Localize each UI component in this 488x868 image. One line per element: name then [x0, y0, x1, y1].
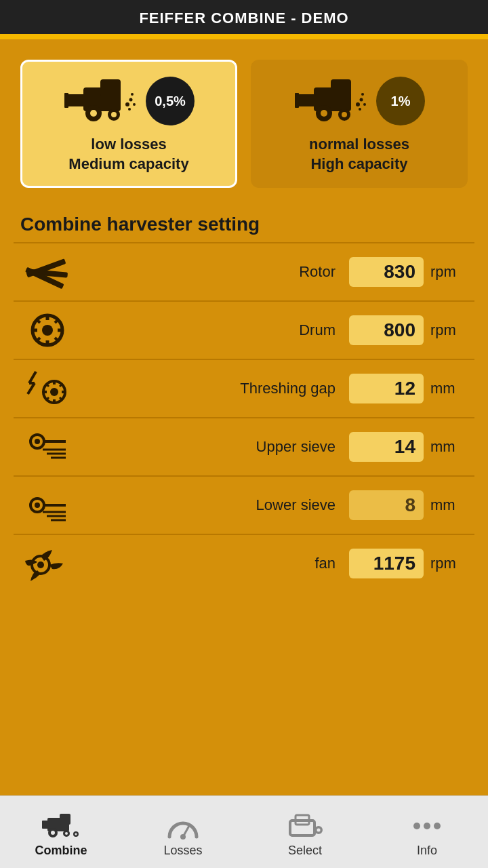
upper-sieve-unit: mm	[430, 438, 468, 456]
mode-card-normal[interactable]: 1% normal losses High capacity	[251, 60, 468, 188]
svg-point-53	[35, 439, 40, 444]
svg-point-5	[133, 103, 136, 106]
rotor-value[interactable]: 830	[349, 257, 424, 287]
svg-point-3	[129, 98, 133, 102]
fan-unit: rpm	[430, 555, 468, 572]
drum-value[interactable]: 800	[349, 315, 424, 345]
info-nav-icon	[410, 811, 444, 841]
fan-icon	[20, 543, 75, 584]
combine-harvester-icon-normal	[293, 74, 368, 128]
svg-point-43	[50, 388, 58, 396]
nav-label-losses: Losses	[163, 844, 202, 858]
svg-point-25	[342, 112, 347, 117]
nav-label-combine: Combine	[35, 844, 87, 858]
mode-cards-section: 0,5% low losses Medium capacity	[0, 39, 488, 201]
svg-line-36	[55, 338, 58, 341]
svg-point-12	[111, 112, 117, 117]
setting-row-rotor: Rotor 830 rpm	[14, 243, 474, 302]
threshing-label: Threshing gap	[81, 380, 342, 397]
nav-item-info[interactable]: Info	[366, 796, 488, 868]
svg-point-59	[35, 502, 40, 508]
svg-point-70	[51, 831, 55, 835]
svg-rect-1	[100, 79, 121, 96]
combine-nav-icon	[41, 811, 81, 841]
nav-label-select: Select	[288, 844, 322, 858]
svg-point-23	[321, 110, 327, 117]
svg-point-76	[180, 834, 186, 840]
header-stripe	[0, 34, 488, 39]
svg-rect-67	[60, 814, 70, 825]
setting-row-lower-sieve: Lower sieve 8 mm	[14, 477, 474, 535]
svg-point-16	[360, 98, 363, 102]
mode-card-low[interactable]: 0,5% low losses Medium capacity	[20, 60, 237, 188]
svg-point-72	[65, 832, 68, 835]
svg-rect-7	[66, 94, 85, 106]
setting-row-upper-sieve: Upper sieve 14 mm	[14, 418, 474, 477]
bottom-navigation: Combine Losses Select Info	[0, 795, 488, 868]
combine-harvester-icon-low	[63, 74, 138, 128]
svg-point-65	[37, 561, 44, 568]
normal-loss-label: normal losses High capacity	[309, 135, 409, 174]
svg-point-82	[424, 823, 430, 829]
svg-line-39	[29, 372, 36, 383]
svg-rect-8	[64, 93, 68, 108]
svg-line-35	[37, 319, 40, 323]
app-header: FEIFFER COMBINE - DEMO	[0, 0, 488, 34]
drum-unit: rpm	[430, 321, 468, 339]
svg-point-2	[125, 102, 129, 106]
svg-point-10	[90, 110, 97, 117]
lower-sieve-value[interactable]: 8	[349, 490, 424, 520]
nav-item-select[interactable]: Select	[244, 796, 366, 868]
upper-sieve-label: Upper sieve	[81, 438, 342, 456]
svg-line-41	[28, 383, 35, 394]
nav-item-combine[interactable]: Combine	[0, 796, 122, 868]
nav-item-losses[interactable]: Losses	[122, 796, 244, 868]
low-loss-label: low losses Medium capacity	[68, 135, 188, 174]
svg-rect-68	[42, 821, 50, 829]
rotor-icon	[20, 252, 75, 292]
svg-rect-20	[297, 94, 316, 106]
svg-point-15	[356, 102, 360, 106]
svg-point-30	[42, 325, 53, 336]
select-nav-icon	[285, 811, 325, 841]
lower-sieve-label: Lower sieve	[81, 496, 342, 514]
svg-point-83	[434, 823, 441, 829]
upper-sieve-icon	[20, 427, 75, 467]
setting-row-threshing: Threshing gap 12 mm	[14, 360, 474, 418]
losses-nav-icon	[166, 811, 200, 841]
nav-label-info: Info	[417, 844, 437, 858]
svg-line-37	[55, 319, 58, 323]
threshing-icon	[20, 368, 75, 409]
settings-title: Combine harvester setting	[14, 201, 474, 242]
header-title: FEIFFER COMBINE - DEMO	[139, 9, 348, 26]
svg-rect-21	[295, 93, 299, 108]
svg-point-17	[359, 108, 361, 111]
fan-value[interactable]: 1175	[349, 549, 424, 578]
settings-section: Combine harvester setting Rotor 830 rpm	[0, 201, 488, 795]
threshing-value[interactable]: 12	[349, 374, 424, 403]
low-loss-badge: 0,5%	[146, 77, 195, 125]
fan-label: fan	[81, 555, 342, 572]
mode-card-low-icon-row: 0,5%	[63, 74, 195, 128]
lower-sieve-unit: mm	[430, 496, 468, 514]
upper-sieve-value[interactable]: 14	[349, 432, 424, 462]
setting-row-fan: fan 1175 rpm	[14, 535, 474, 592]
svg-point-81	[413, 823, 420, 829]
lower-sieve-icon	[20, 485, 75, 526]
svg-point-4	[128, 108, 131, 111]
svg-rect-14	[331, 79, 351, 96]
mode-card-normal-icon-row: 1%	[293, 74, 425, 128]
normal-loss-badge: 1%	[376, 77, 425, 125]
rotor-label: Rotor	[81, 263, 342, 281]
svg-rect-77	[290, 821, 314, 835]
threshing-unit: mm	[430, 380, 468, 397]
drum-label: Drum	[81, 321, 342, 339]
setting-row-drum: Drum 800 rpm	[14, 302, 474, 360]
svg-point-6	[131, 93, 134, 96]
drum-icon	[20, 310, 75, 351]
svg-line-38	[37, 338, 40, 341]
rotor-unit: rpm	[430, 263, 468, 281]
svg-point-19	[361, 93, 364, 96]
svg-point-74	[75, 833, 77, 835]
svg-point-80	[317, 828, 321, 831]
